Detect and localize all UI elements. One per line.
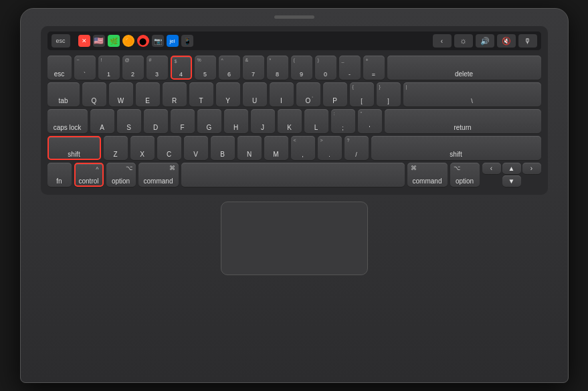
- key-1[interactable]: !1: [98, 56, 120, 80]
- trackpad[interactable]: [221, 202, 368, 275]
- key-7[interactable]: &7: [243, 56, 264, 80]
- key-fn[interactable]: fn: [47, 163, 72, 187]
- key-5[interactable]: %5: [195, 56, 216, 80]
- key-shift-left[interactable]: shift: [47, 136, 101, 160]
- tb-volume[interactable]: 🔊: [476, 34, 494, 48]
- key-h[interactable]: H: [224, 109, 248, 133]
- laptop: esc ✕ 🇺🇸 🌿 🟠 ⬤ 📷 jel 📱 ‹ ☼ 🔊 🔇 🎙 esc ~` …: [20, 8, 569, 383]
- key-bracket-close[interactable]: }]: [377, 82, 401, 106]
- key-j[interactable]: J: [251, 109, 275, 133]
- tb-icon-orange[interactable]: 🟠: [122, 35, 134, 47]
- number-row: esc ~` !1 @2 #3 $4 %5 ^6 &7 *8 (9 )0 _- …: [47, 56, 541, 80]
- key-f[interactable]: F: [171, 109, 195, 133]
- key-equals[interactable]: +=: [363, 56, 385, 80]
- key-minus[interactable]: _-: [339, 56, 361, 80]
- key-option-left[interactable]: ⌥ option: [106, 163, 136, 187]
- key-capslock[interactable]: caps lock: [47, 109, 88, 133]
- key-z[interactable]: Z: [104, 136, 128, 160]
- key-v[interactable]: V: [184, 136, 208, 160]
- tb-mute[interactable]: 🔇: [497, 34, 516, 48]
- key-p[interactable]: P: [323, 82, 347, 106]
- key-space[interactable]: [181, 163, 405, 187]
- zxcv-row: shift Z X C V B N M <, >. ?/ shift: [47, 136, 541, 160]
- key-0[interactable]: )0: [315, 56, 336, 80]
- key-arrow-left[interactable]: ‹: [482, 163, 501, 174]
- key-r[interactable]: R: [163, 82, 187, 106]
- key-x[interactable]: X: [130, 136, 155, 160]
- key-delete[interactable]: delete: [387, 56, 541, 80]
- keyboard-area: esc ✕ 🇺🇸 🌿 🟠 ⬤ 📷 jel 📱 ‹ ☼ 🔊 🔇 🎙 esc ~` …: [41, 26, 548, 195]
- key-tab[interactable]: tab: [47, 82, 80, 106]
- tb-esc[interactable]: esc: [52, 34, 70, 48]
- key-slash[interactable]: ?/: [345, 136, 369, 160]
- key-return[interactable]: return: [385, 109, 541, 133]
- key-q[interactable]: Q: [82, 82, 106, 106]
- tb-brightness-down[interactable]: ‹: [433, 34, 452, 48]
- key-arrow-up[interactable]: ▲: [502, 163, 521, 174]
- key-4[interactable]: $4: [171, 56, 192, 80]
- key-e[interactable]: E: [136, 82, 160, 106]
- key-quote[interactable]: "': [358, 109, 382, 133]
- key-6[interactable]: ^6: [219, 56, 240, 80]
- key-option-right[interactable]: ⌥ option: [450, 163, 480, 187]
- key-g[interactable]: G: [197, 109, 221, 133]
- tb-icon-red[interactable]: ⬤: [137, 35, 149, 47]
- key-y[interactable]: Y: [216, 82, 240, 106]
- touch-bar: esc ✕ 🇺🇸 🌿 🟠 ⬤ 📷 jel 📱 ‹ ☼ 🔊 🔇 🎙: [47, 31, 541, 50]
- key-control[interactable]: ^ control: [74, 163, 104, 187]
- tb-icon-camera[interactable]: 📷: [152, 35, 164, 47]
- key-w[interactable]: W: [109, 82, 133, 106]
- key-arrow-right[interactable]: ›: [522, 163, 541, 174]
- tb-icon-phone[interactable]: 📱: [181, 35, 193, 47]
- tb-icon-jel[interactable]: jel: [167, 35, 179, 47]
- tb-icon-leaf[interactable]: 🌿: [108, 35, 120, 47]
- tb-brightness[interactable]: ☼: [454, 34, 473, 48]
- arrow-key-group: ‹ ▲ ▼ ›: [482, 163, 541, 187]
- key-backslash[interactable]: |\: [403, 82, 541, 106]
- key-9[interactable]: (9: [291, 56, 312, 80]
- key-8[interactable]: *8: [267, 56, 288, 80]
- key-comma[interactable]: <,: [291, 136, 315, 160]
- key-shift-right[interactable]: shift: [371, 136, 541, 160]
- key-arrow-down[interactable]: ▼: [502, 175, 521, 187]
- key-l[interactable]: L: [304, 109, 328, 133]
- key-c[interactable]: C: [157, 136, 181, 160]
- key-semicolon[interactable]: :;: [331, 109, 355, 133]
- key-esc[interactable]: esc: [47, 56, 72, 80]
- key-period[interactable]: >.: [318, 136, 342, 160]
- key-command-left[interactable]: ⌘ command: [138, 163, 179, 187]
- key-rows: esc ~` !1 @2 #3 $4 %5 ^6 &7 *8 (9 )0 _- …: [47, 56, 541, 187]
- key-s[interactable]: S: [117, 109, 141, 133]
- key-m[interactable]: M: [264, 136, 288, 160]
- asdf-row: caps lock A S D F G H J K L :; "' return: [47, 109, 541, 133]
- key-bracket-open[interactable]: {[: [350, 82, 374, 106]
- key-o[interactable]: O°: [296, 82, 320, 106]
- key-a[interactable]: A: [90, 109, 114, 133]
- key-i[interactable]: I: [270, 82, 294, 106]
- key-3[interactable]: #3: [146, 56, 168, 80]
- key-d[interactable]: D: [144, 109, 168, 133]
- key-b[interactable]: B: [211, 136, 235, 160]
- qwerty-row: tab Q W E R T Y U I O° P {[ }] |\: [47, 82, 541, 106]
- bottom-row: fn ^ control ⌥ option ⌘ command ⌘ comman…: [47, 163, 541, 187]
- key-u[interactable]: U: [243, 82, 267, 106]
- tb-icon-flag[interactable]: 🇺🇸: [93, 35, 105, 47]
- key-backtick[interactable]: ~`: [74, 56, 96, 80]
- key-k[interactable]: K: [278, 109, 302, 133]
- key-2[interactable]: @2: [122, 56, 144, 80]
- tb-mic[interactable]: 🎙: [518, 34, 537, 48]
- key-n[interactable]: N: [237, 136, 262, 160]
- key-t[interactable]: T: [189, 82, 213, 106]
- tb-icon-x[interactable]: ✕: [78, 35, 90, 47]
- key-command-right[interactable]: ⌘ command: [407, 163, 448, 187]
